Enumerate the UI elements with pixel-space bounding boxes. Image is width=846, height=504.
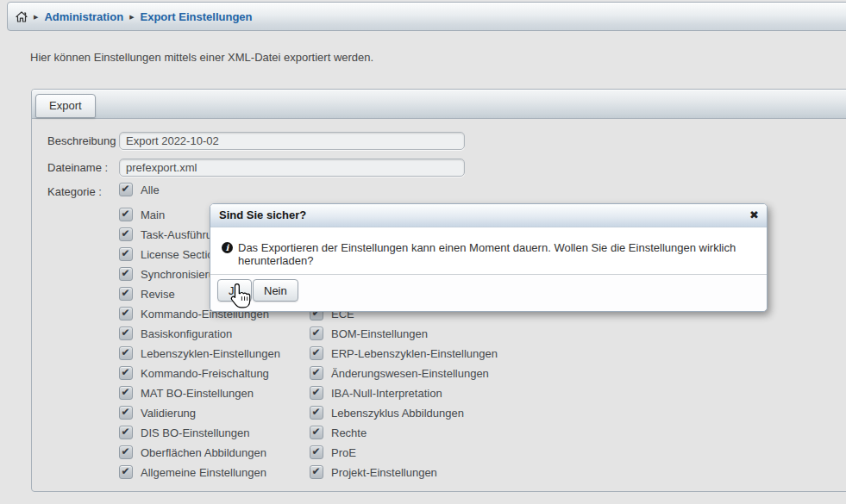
category-label: Kategorie : xyxy=(47,183,102,201)
checkbox-alle-label: Alle xyxy=(141,183,160,197)
category-label-text: Lebenszyklus Abbildungen xyxy=(331,406,464,420)
category-label-text: Projekt-Einstellungen xyxy=(331,465,437,480)
dialog-message-row: i Das Exportieren der Einstellungen kann… xyxy=(222,241,756,267)
category-label-text: Revise xyxy=(141,287,175,302)
checkbox[interactable] xyxy=(119,267,133,281)
filename-input[interactable] xyxy=(119,159,465,177)
dialog-title: Sind Sie sicher? xyxy=(210,204,767,227)
tab-strip: Export xyxy=(32,90,846,119)
category-label-text: DIS BO-Einstellungen xyxy=(141,426,249,440)
checkbox[interactable] xyxy=(310,346,323,360)
checkbox[interactable] xyxy=(119,426,133,439)
description-label: Beschreibung : xyxy=(47,132,122,150)
checkbox[interactable] xyxy=(119,208,133,221)
intro-text: Hier können Einstellungen mittels einer … xyxy=(30,51,373,64)
dialog-button-bar: Ja Nein xyxy=(210,274,767,311)
category-label-text: IBA-Null-Interpretation xyxy=(331,386,442,401)
category-label-text: Kommando-Freischaltung xyxy=(141,366,269,381)
category-label-text: BOM-Einstellungen xyxy=(331,327,428,341)
yes-button[interactable]: Ja xyxy=(217,279,252,302)
checkbox[interactable] xyxy=(310,366,323,380)
checkbox-alle[interactable] xyxy=(119,183,133,196)
dialog-message: Das Exportieren der Einstellungen kann e… xyxy=(238,241,756,267)
filename-label: Dateiname : xyxy=(47,159,108,177)
no-button[interactable]: Nein xyxy=(253,279,298,302)
checkbox[interactable] xyxy=(119,287,133,301)
chevron-right-icon: ▶ xyxy=(34,14,38,20)
category-label-text: Oberflächen Abbildungen xyxy=(141,445,266,460)
category-label-text: ERP-Lebenszyklen-Einstellungen xyxy=(331,346,498,361)
chevron-right-icon: ▶ xyxy=(129,14,134,20)
description-input[interactable] xyxy=(119,132,465,150)
category-label-text: License Section xyxy=(141,247,220,262)
export-settings-page: { "breadcrumb": { "chevron": "▶", "items… xyxy=(0,0,846,504)
checkbox[interactable] xyxy=(119,227,133,241)
checkbox[interactable] xyxy=(310,386,323,400)
checkbox[interactable] xyxy=(119,406,133,420)
category-label-text: Rechte xyxy=(331,426,367,440)
checkbox[interactable] xyxy=(310,327,323,340)
tab-export[interactable]: Export xyxy=(35,94,96,118)
checkbox[interactable] xyxy=(310,426,323,439)
category-label-text: Änderungswesen-Einstellungen xyxy=(331,366,489,381)
checkbox[interactable] xyxy=(119,346,133,360)
checkbox[interactable] xyxy=(119,465,133,479)
checkbox[interactable] xyxy=(119,247,133,261)
breadcrumb-item-export-einstellungen[interactable]: Export Einstellungen xyxy=(141,10,253,23)
checkbox[interactable] xyxy=(119,386,133,400)
checkbox[interactable] xyxy=(310,445,323,459)
info-icon: i xyxy=(222,242,233,253)
checkbox[interactable] xyxy=(119,366,133,380)
breadcrumb: ▶ Administration ▶ Export Einstellungen xyxy=(7,2,846,31)
checkbox[interactable] xyxy=(119,445,133,459)
breadcrumb-item-administration[interactable]: Administration xyxy=(44,10,123,23)
category-label-text: Basiskonfiguration xyxy=(141,327,232,341)
checkbox[interactable] xyxy=(310,406,323,420)
checkbox[interactable] xyxy=(119,327,133,340)
category-label-text: Lebenszyklen-Einstellungen xyxy=(141,346,280,361)
close-icon[interactable]: ✖ xyxy=(749,204,759,227)
category-label-text: Validierung xyxy=(141,406,196,420)
category-label-text: Allgemeine Einstellungen xyxy=(141,465,266,480)
confirm-dialog: Sind Sie sicher? ✖ i Das Exportieren der… xyxy=(210,203,768,312)
category-label-text: MAT BO-Einstellungen xyxy=(141,386,254,401)
home-icon[interactable] xyxy=(16,11,28,22)
checkbox[interactable] xyxy=(310,465,323,479)
category-label-text: ProE xyxy=(331,445,356,460)
checkbox[interactable] xyxy=(119,307,133,320)
category-label-text: Main xyxy=(141,208,165,222)
